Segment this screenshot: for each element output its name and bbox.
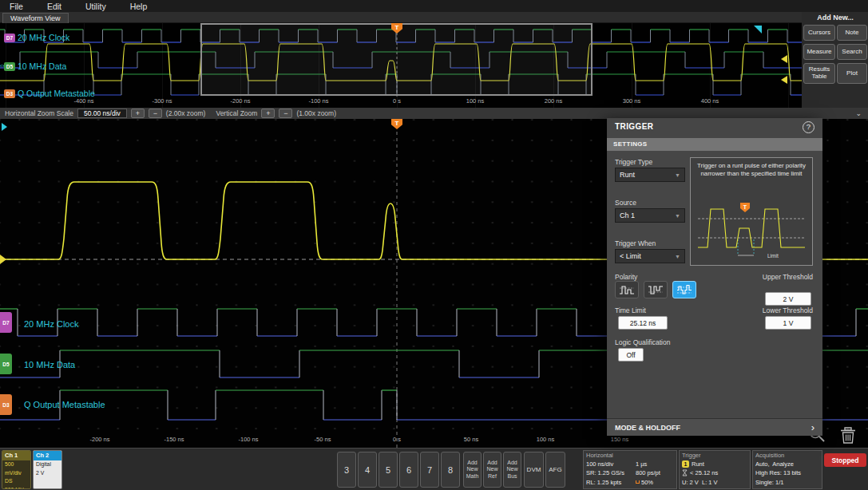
- cursors-button[interactable]: Cursors: [803, 25, 835, 41]
- run-stop-button[interactable]: Stopped: [824, 453, 866, 467]
- h-zoom-factor: (2.00x zoom): [166, 109, 206, 117]
- channel-chip-d3[interactable]: D3: [0, 394, 12, 415]
- channel-2-name: Ch 2: [34, 451, 61, 460]
- mode-holdoff-section[interactable]: MODE & HOLDOFF ›: [607, 418, 822, 436]
- polarity-negative-button[interactable]: [644, 281, 668, 298]
- tab-bar: Waveform View: [0, 12, 802, 23]
- delete-icon[interactable]: [837, 424, 859, 446]
- add-ref-line: New: [486, 466, 497, 472]
- zoom-selection-box[interactable]: [200, 23, 593, 96]
- help-icon[interactable]: ?: [803, 121, 814, 133]
- logic-qualification-toggle[interactable]: Off: [618, 348, 644, 362]
- trigger-type-value: Runt: [620, 171, 635, 179]
- zoom-controls-bar: Horizontal Zoom Scale 50.00 ns/div + − (…: [0, 108, 868, 119]
- menu-bar: File Edit Utility Help: [0, 0, 868, 12]
- time-tick-label: 150 ns: [600, 436, 639, 443]
- channel-6-button[interactable]: 6: [399, 452, 418, 488]
- runt-trigger-diagram: T Limit: [692, 201, 811, 265]
- channel-1-bandwidth: 500 MHz: [2, 486, 30, 489]
- channel-2-tile[interactable]: Ch 2 Digital 2 V: [33, 450, 62, 489]
- channel-4-button[interactable]: 4: [358, 452, 377, 488]
- time-limit-label: Time Limit: [615, 306, 646, 314]
- ch1-level-marker[interactable]: [0, 255, 6, 264]
- measure-button[interactable]: Measure: [803, 44, 835, 60]
- trigger-status-panel[interactable]: Trigger 1Runt < 25.12 ns U: 2 V L: 1 V: [679, 450, 751, 489]
- trigger-panel-title: TRIGGER: [615, 122, 653, 131]
- results-table-button[interactable]: Results Table: [803, 63, 835, 84]
- tab-waveform-view[interactable]: Waveform View: [2, 13, 69, 23]
- channel-label-d7: 20 MHz Clock: [24, 319, 78, 329]
- add-new-panel: Add New... Cursors Note Measure Search R…: [803, 12, 868, 109]
- trigger-when-value: < Limit: [620, 252, 641, 260]
- horizontal-zoom-scale-label: Horizontal Zoom Scale: [5, 109, 73, 117]
- chevron-down-icon[interactable]: ⌄: [855, 109, 862, 117]
- polarity-positive-button[interactable]: [615, 281, 639, 298]
- ch1-position-marker[interactable]: [781, 55, 787, 63]
- h-zoom-plus-button[interactable]: +: [131, 109, 145, 118]
- v-zoom-plus-button[interactable]: +: [261, 109, 275, 118]
- acquisition-mode: Auto, Analyze: [755, 460, 794, 468]
- acquisition-single: Single: 1/1: [755, 478, 783, 487]
- channel-5-button[interactable]: 5: [379, 452, 398, 488]
- acquisition-panel[interactable]: Acquisition Auto, Analyze High Res: 13 b…: [752, 450, 822, 489]
- channel-1-probe: DS: [2, 477, 30, 486]
- trigger-when-label: Trigger When: [615, 239, 656, 247]
- menu-edit[interactable]: Edit: [47, 2, 61, 11]
- channel-8-button[interactable]: 8: [441, 452, 460, 488]
- lower-threshold-value[interactable]: 1 V: [765, 316, 811, 330]
- channel-3-button[interactable]: 3: [337, 452, 356, 488]
- acquisition-title: Acquisition: [753, 451, 822, 460]
- channel-badge-d3[interactable]: D3: [4, 89, 15, 98]
- channel-chip-d5[interactable]: D5: [0, 354, 12, 374]
- record-length: RL: 1.25 kpts: [586, 478, 636, 487]
- vertical-zoom-label: Vertical Zoom: [216, 109, 257, 117]
- time-tick-label: 200 ns: [534, 97, 573, 105]
- afg-button[interactable]: AFG: [545, 452, 565, 488]
- expand-view-icon[interactable]: [2, 123, 7, 131]
- v-zoom-minus-button[interactable]: −: [279, 109, 292, 118]
- channel-7-button[interactable]: 7: [420, 452, 439, 488]
- channel-label-d3: Q Output Metastable: [24, 400, 105, 409]
- time-tick-label: -100 ns: [299, 97, 338, 105]
- time-tick-label: 100 ns: [456, 97, 494, 105]
- source-dropdown[interactable]: Ch 1 ▼: [615, 208, 685, 223]
- polarity-label: Polarity: [615, 273, 637, 281]
- trigger-status-title: Trigger: [680, 451, 750, 460]
- channel-1-tile[interactable]: Ch 1 500 mV/div DS 500 MHz: [2, 450, 31, 489]
- expansion-point-icon: [636, 480, 640, 484]
- menu-help[interactable]: Help: [130, 2, 148, 11]
- either-runt-icon: [676, 284, 692, 296]
- plot-button[interactable]: Plot: [837, 63, 867, 84]
- source-label: Source: [615, 199, 636, 207]
- add-math-line: Add: [467, 460, 477, 466]
- menu-file[interactable]: File: [10, 2, 23, 11]
- add-new-title: Add New...: [803, 14, 868, 22]
- channel-badge-d7[interactable]: D7: [4, 34, 15, 42]
- add-new-math-button[interactable]: Add New Math: [463, 452, 482, 488]
- search-button[interactable]: Search: [837, 44, 867, 60]
- time-limit-value[interactable]: 25.12 ns: [618, 316, 668, 330]
- add-new-bus-button[interactable]: Add New Bus: [503, 452, 521, 488]
- upper-threshold-value[interactable]: 2 V: [765, 292, 811, 306]
- zoom-indicator-icon: [754, 26, 762, 34]
- trigger-levels-status: U: 2 V L: 1 V: [682, 478, 718, 487]
- menu-utility[interactable]: Utility: [85, 2, 106, 11]
- lower-threshold-label: Lower Threshold: [763, 306, 813, 314]
- trigger-type-dropdown[interactable]: Runt ▼: [615, 168, 685, 182]
- horizontal-zoom-scale-value[interactable]: 50.00 ns/div: [77, 109, 127, 118]
- ch1-trigger-level-marker[interactable]: [781, 76, 787, 84]
- time-tick-label: -100 ns: [229, 436, 268, 443]
- channel-badge-d5[interactable]: D5: [4, 62, 15, 71]
- horizontal-settings-panel[interactable]: Horizontal 100 ns/div1 µs SR: 1.25 GS/s8…: [583, 450, 677, 489]
- note-button[interactable]: Note: [837, 25, 867, 41]
- h-zoom-minus-button[interactable]: −: [149, 109, 162, 118]
- channel-chip-d7[interactable]: D7: [0, 312, 12, 333]
- acquisition-resolution: High Res: 13 bits: [755, 468, 801, 477]
- channel-1-name: Ch 1: [2, 451, 30, 460]
- v-zoom-factor: (1.00x zoom): [296, 109, 336, 117]
- polarity-either-button[interactable]: [672, 281, 696, 298]
- oscilloscope-app: File Edit Utility Help Waveform View T ‹…: [0, 0, 868, 490]
- trigger-when-dropdown[interactable]: < Limit ▼: [615, 249, 685, 263]
- dvm-button[interactable]: DVM: [524, 452, 544, 488]
- add-new-ref-button[interactable]: Add New Ref: [483, 452, 501, 488]
